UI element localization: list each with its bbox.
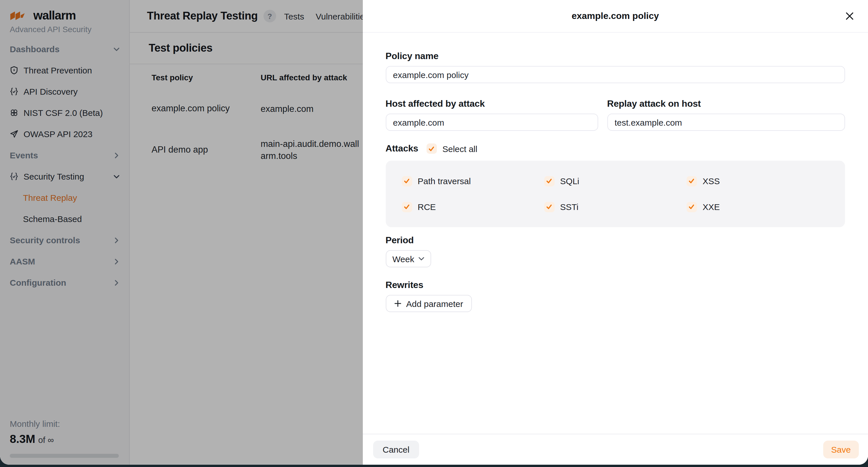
attack-checkbox-rce[interactable]: RCE [402,199,544,214]
policy-edit-drawer: example.com policy Policy name Host affe… [363,0,868,465]
replay-host-label: Replay attack on host [607,99,845,109]
select-all-label: Select all [442,144,477,154]
host-field-group: Host affected by attack [385,99,598,131]
attack-checkbox-path-traversal[interactable]: Path traversal [402,173,544,189]
drawer-footer: Cancel Save [363,434,868,465]
modal-scrim[interactable] [0,0,363,465]
period-label: Period [385,235,845,245]
add-parameter-label: Add parameter [406,299,463,308]
checkbox-checked-icon[interactable] [402,176,412,186]
attack-label: SQLi [560,176,579,186]
screen: wallarm Advanced API Security Dashboards [0,0,868,467]
close-icon[interactable] [844,10,856,22]
chevron-down-icon [418,257,424,261]
plus-icon [394,300,401,307]
attack-checkbox-sqli[interactable]: SQLi [544,173,686,189]
attack-checkbox-xss[interactable]: XSS [687,173,829,189]
policy-name-label: Policy name [385,51,845,61]
period-select[interactable]: Week [385,250,431,267]
attacks-label: Attacks [385,143,418,154]
attacks-header-row: Attacks Select all [385,143,845,154]
cancel-button[interactable]: Cancel [373,441,419,458]
attacks-panel: Path traversal SQLi XSS [385,161,845,227]
attack-label: XSS [703,176,720,186]
policy-name-input[interactable] [385,66,845,83]
drawer-title: example.com policy [571,11,659,21]
app-window: wallarm Advanced API Security Dashboards [0,0,868,465]
period-value: Week [392,254,414,264]
replay-host-field-group: Replay attack on host [607,99,845,131]
host-label: Host affected by attack [385,99,598,109]
add-parameter-button[interactable]: Add parameter [385,295,472,312]
attack-label: RCE [417,202,436,212]
drawer-body: Policy name Host affected by attack Repl… [363,33,868,434]
drawer-header: example.com policy [363,0,868,33]
replay-host-input[interactable] [607,113,845,131]
host-input[interactable] [385,113,598,131]
attack-label: SSTi [560,202,578,212]
attack-checkbox-ssti[interactable]: SSTi [544,199,686,214]
checkbox-checked-icon[interactable] [544,202,554,212]
attack-label: Path traversal [417,176,471,186]
select-all-checkbox[interactable] [426,143,437,154]
attack-label: XXE [703,202,720,212]
checkbox-checked-icon[interactable] [402,202,412,212]
save-button[interactable]: Save [823,441,859,458]
checkbox-checked-icon[interactable] [687,176,697,186]
rewrites-label: Rewrites [385,280,845,290]
attack-checkbox-xxe[interactable]: XXE [687,199,829,214]
checkbox-checked-icon[interactable] [687,202,697,212]
checkbox-checked-icon[interactable] [544,176,554,186]
